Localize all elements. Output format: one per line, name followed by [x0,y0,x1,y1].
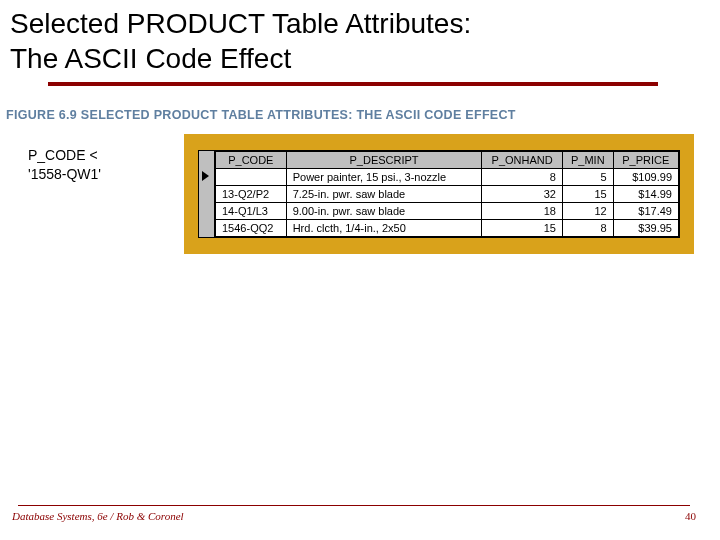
cell-ponhand: 15 [482,220,563,237]
cell-pprice: $17.49 [613,203,678,220]
cell-pcode: 14-Q1/L3 [216,203,287,220]
figure-text: Selected PRODUCT Table Attributes: The A… [81,108,516,122]
cell-pdescript: Power painter, 15 psi., 3-nozzle [286,169,482,186]
figure-number: FIGURE 6.9 [6,108,77,122]
footer-row: Database Systems, 6e / Rob & Coronel 40 [0,506,720,522]
cell-ponhand: 8 [482,169,563,186]
cell-pcode: 13-Q2/P2 [216,186,287,203]
row-selector-gutter [199,151,215,237]
title-underline [48,82,658,86]
cell-pprice: $39.95 [613,220,678,237]
cell-pmin: 12 [562,203,613,220]
figure-caption: FIGURE 6.9 Selected PRODUCT Table Attrib… [6,108,720,122]
page-number: 40 [685,510,696,522]
query-text: P_CODE < '1558-QW1' [28,146,178,184]
title-line-1: Selected PRODUCT Table Attributes: [10,8,471,39]
header-pprice: P_PRICE [613,152,678,169]
table-row: 1546-QQ2 Hrd. clcth, 1/4-in., 2x50 15 8 … [216,220,679,237]
cell-pmin: 8 [562,220,613,237]
content-row: P_CODE < '1558-QW1' P_CODE P_DESCRIPT P_… [0,130,720,254]
cell-pcode: 1546-QQ2 [216,220,287,237]
header-pdescript: P_DESCRIPT [286,152,482,169]
product-table: P_CODE P_DESCRIPT P_ONHAND P_MIN P_PRICE… [215,151,679,237]
cell-pprice: $14.99 [613,186,678,203]
cell-ponhand: 18 [482,203,563,220]
header-ponhand: P_ONHAND [482,152,563,169]
cell-ponhand: 32 [482,186,563,203]
cell-pcode: 11QER/31 [216,169,287,186]
header-pmin: P_MIN [562,152,613,169]
cell-pdescript: Hrd. clcth, 1/4-in., 2x50 [286,220,482,237]
table-row: 11QER/31 Power painter, 15 psi., 3-nozzl… [216,169,679,186]
table-body: 11QER/31 Power painter, 15 psi., 3-nozzl… [216,169,679,237]
slide: Selected PRODUCT Table Attributes: The A… [0,0,720,540]
cell-pprice: $109.99 [613,169,678,186]
result-panel: P_CODE P_DESCRIPT P_ONHAND P_MIN P_PRICE… [184,134,694,254]
result-grid: P_CODE P_DESCRIPT P_ONHAND P_MIN P_PRICE… [198,150,680,238]
table-row: 13-Q2/P2 7.25-in. pwr. saw blade 32 15 $… [216,186,679,203]
slide-title: Selected PRODUCT Table Attributes: The A… [0,0,720,76]
cell-pdescript: 7.25-in. pwr. saw blade [286,186,482,203]
header-pcode: P_CODE [216,152,287,169]
cell-pdescript: 9.00-in. pwr. saw blade [286,203,482,220]
cell-pmin: 5 [562,169,613,186]
table-row: 14-Q1/L3 9.00-in. pwr. saw blade 18 12 $… [216,203,679,220]
query-line-1: P_CODE < [28,147,98,163]
query-line-2: '1558-QW1' [28,166,101,182]
title-line-2: The ASCII Code Effect [10,43,291,74]
slide-footer: Database Systems, 6e / Rob & Coronel 40 [0,505,720,522]
table-header-row: P_CODE P_DESCRIPT P_ONHAND P_MIN P_PRICE [216,152,679,169]
cell-pmin: 15 [562,186,613,203]
current-row-arrow-icon [202,171,209,181]
footer-source: Database Systems, 6e / Rob & Coronel [12,510,184,522]
